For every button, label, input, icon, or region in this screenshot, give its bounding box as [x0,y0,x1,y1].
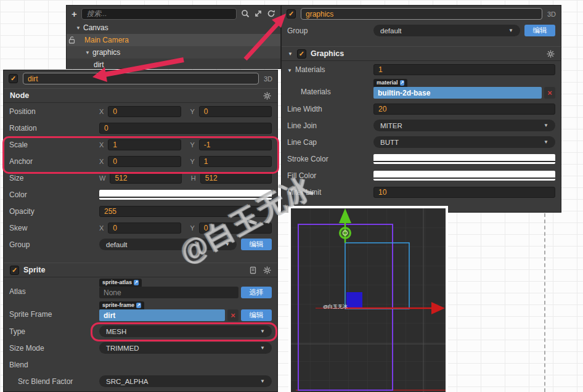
prop-row-scale: ScaleXY [4,136,277,153]
drawn-blue-square [346,292,362,308]
search-input[interactable] [86,9,232,18]
page-break-dashed-line [544,213,545,392]
prop-row-materials: ▼Materials [282,61,561,78]
scale-input-y[interactable] [199,139,272,150]
unlock-icon[interactable] [68,36,75,46]
prop-field-miter-limit [373,187,555,198]
tree-item-dirt[interactable]: dirt [67,59,280,69]
size-mode-select-value: TRIMMED [106,345,139,352]
atlas-select-button[interactable]: 选择 [241,287,272,298]
mode-3d-toggle[interactable]: 3D [547,10,556,18]
tree-item-graphics[interactable]: ▼graphics [67,46,280,59]
rotation-input[interactable] [99,123,272,134]
prop-label-type: Type [9,327,99,336]
group-edit-button[interactable]: 编辑 [241,239,272,250]
scene-grid [291,208,446,392]
prop-label-materials: Materials [287,88,373,99]
refresh-icon[interactable] [267,9,275,18]
stroke-color-color-swatch[interactable] [373,154,555,164]
group-select[interactable]: default [99,239,237,250]
tree-item-canvas[interactable]: ▼Canvas [67,22,280,34]
prop-field-position: XY [99,106,272,117]
prop-field-materials [373,64,555,75]
add-node-button[interactable]: + [71,9,77,18]
atlas-asset-value[interactable]: None [99,287,238,298]
sprite-frame-edit-button[interactable]: 编辑 [241,309,272,321]
prop-row-color: Color [4,186,277,203]
inspector-panel-dirt: 3D Node PositionXYRotationScaleXYAnchorX… [3,70,278,392]
prop-row-line-width: Line Width [282,100,561,117]
color-color-swatch[interactable] [99,190,272,200]
skew-input-y[interactable] [199,223,272,234]
collapse-arrow-icon[interactable]: ▼ [288,51,293,57]
node-name-input[interactable] [23,73,259,84]
line-width-input[interactable] [373,104,555,115]
external-link-icon[interactable] [136,303,141,308]
search-box[interactable] [81,8,237,20]
prop-field-size: WH [99,173,272,184]
prop-row-src-blend-factor: Src Blend FactorSRC_ALPHA [4,373,277,390]
prop-label-skew: Skew [9,224,99,232]
line-join-select[interactable]: MITER [373,120,555,131]
src-blend-factor-select[interactable]: SRC_ALPHA [99,375,272,387]
expand-all-icon[interactable] [254,9,263,18]
document-icon[interactable] [249,266,257,274]
node-active-checkbox[interactable] [9,74,18,83]
scene-view[interactable]: @白玉无冰 [288,206,448,392]
prop-field-rotation [99,123,272,134]
fill-color-color-swatch[interactable] [373,171,555,181]
position-input-y[interactable] [199,106,272,117]
materials-input[interactable] [373,64,555,75]
size-input-w[interactable] [110,173,181,184]
skew-input-x[interactable] [108,223,181,234]
sprite-frame-clear-button[interactable] [227,309,238,321]
prop-row-line-join: Line JoinMITER [282,117,561,134]
external-link-icon[interactable] [400,80,405,85]
prop-field-line-cap: BUTT [373,136,555,148]
group-select[interactable]: default [373,25,520,36]
gear-icon[interactable] [263,266,271,274]
scene-canvas[interactable]: @白玉无冰 [291,208,446,392]
tree-collapse-arrow-icon[interactable]: ▼ [75,25,81,31]
mode-3d-toggle[interactable]: 3D [264,75,272,83]
prop-label-scale: Scale [9,141,99,149]
opacity-input[interactable] [99,206,272,217]
external-link-icon[interactable] [134,280,139,285]
prop-row-line-cap: Line CapBUTT [282,134,561,150]
sprite-enabled-checkbox[interactable] [10,266,19,275]
sprite-frame-asset-value[interactable]: dirt [99,309,225,321]
prop-row-size: SizeWH [4,169,277,186]
anchor-input-x[interactable] [108,156,181,167]
prop-field-fill-color [373,171,555,181]
type-select[interactable]: MESH [99,325,272,337]
anchor-input-y[interactable] [199,156,272,167]
prop-row-size-mode: Size ModeTRIMMED [4,340,277,356]
tree-item-main-camera[interactable]: Main Camera [67,34,280,46]
line-cap-select[interactable]: BUTT [373,136,555,148]
line-cap-select-value: BUTT [380,139,399,146]
gear-icon[interactable] [547,50,555,58]
gizmo-origin-circle[interactable] [340,228,351,239]
scale-input-x[interactable] [108,139,181,150]
search-icon[interactable] [241,9,250,18]
tree-collapse-arrow-icon[interactable]: ▼ [84,50,91,55]
prop-row-anchor: AnchorXY [4,153,277,169]
group-edit-button[interactable]: 编辑 [524,25,555,36]
node-section-title: Node [10,91,29,100]
size-input-h[interactable] [200,173,272,184]
materials-clear-button[interactable] [544,87,555,99]
node-name-row: 3D [282,6,561,22]
graphics-enabled-checkbox[interactable] [297,49,306,59]
gear-icon[interactable] [263,92,271,100]
position-input-x[interactable] [108,106,181,117]
prop-row-atlas: Atlassprite-atlasNone选择 [4,277,277,300]
collapse-arrow-icon[interactable]: ▼ [287,68,292,73]
node-name-input[interactable] [301,8,542,20]
sprite-properties: Atlassprite-atlasNone选择Sprite Framesprit… [4,277,277,390]
node-active-checkbox[interactable] [287,9,296,18]
size-mode-select[interactable]: TRIMMED [99,342,272,354]
materials-asset-value[interactable]: builtin-2d-base [373,87,542,99]
miter-limit-input[interactable] [373,187,555,198]
prop-field-color [99,190,272,200]
graphics-section-title: Graphics [311,49,344,58]
